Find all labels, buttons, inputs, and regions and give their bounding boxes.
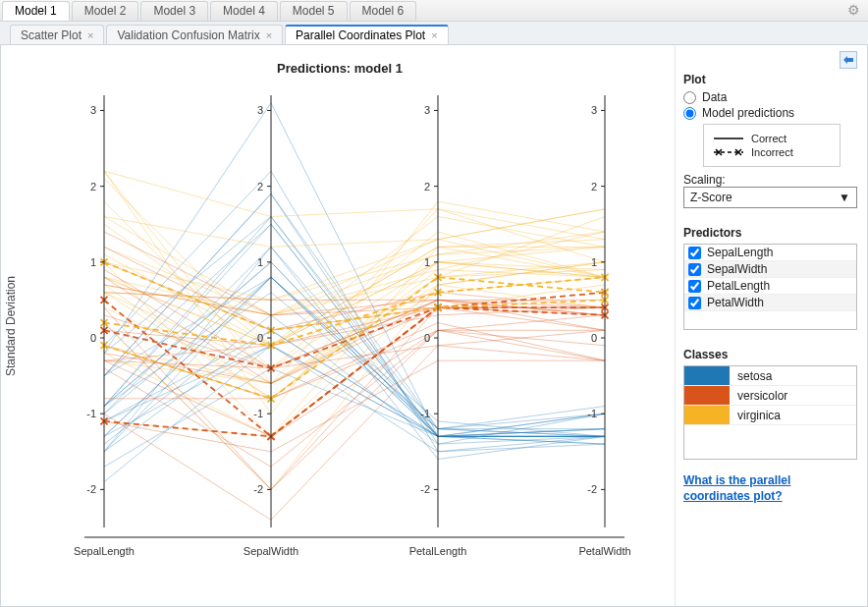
predictor-row[interactable]: SepalWidth	[684, 261, 856, 278]
tab-parallel-coordinates[interactable]: Parallel Coordinates Plot ×	[285, 25, 449, 44]
close-icon[interactable]: ×	[87, 29, 93, 41]
parallel-coordinates-chart: 3210-1-2SepalLength3210-1-2SepalWidth321…	[35, 76, 644, 586]
scaling-label: Scaling:	[683, 173, 857, 187]
svg-text:3: 3	[90, 104, 96, 116]
svg-text:-2: -2	[420, 483, 430, 495]
predictor-label: SepalWidth	[707, 262, 767, 276]
select-value: Z-Score	[690, 191, 732, 204]
radio-pred-input[interactable]	[683, 107, 696, 120]
radio-label: Model predictions	[702, 106, 794, 120]
svg-text:3: 3	[424, 104, 430, 116]
class-label: setosa	[730, 369, 772, 383]
predictor-row[interactable]: PetalWidth	[684, 295, 856, 311]
y-axis-label: Standard Deviation	[4, 275, 18, 375]
predictor-label: PetalLength	[707, 279, 770, 293]
svg-text:-2: -2	[253, 483, 263, 495]
svg-text:-1: -1	[253, 408, 263, 419]
close-icon[interactable]: ×	[431, 29, 437, 41]
model-tab-6[interactable]: Model 6	[350, 1, 417, 21]
tab-label: Scatter Plot	[21, 28, 81, 42]
classes-heading: Classes	[683, 348, 857, 361]
svg-text:-2: -2	[86, 483, 96, 495]
predictors-list: SepalLength SepalWidth PetalLength Petal…	[683, 244, 857, 330]
svg-text:3: 3	[257, 104, 263, 116]
predictor-label: PetalWidth	[707, 296, 764, 309]
tab-label: Parallel Coordinates Plot	[296, 28, 425, 42]
class-swatch	[684, 366, 730, 385]
class-swatch	[684, 386, 730, 405]
gear-icon[interactable]: ⚙	[847, 2, 860, 18]
side-panel: Plot Data Model predictions Correct	[675, 45, 867, 606]
chevron-down-icon: ▼	[839, 191, 850, 204]
scaling-select[interactable]: Z-Score ▼	[683, 187, 857, 208]
svg-text:-1: -1	[86, 408, 96, 419]
model-tab-5[interactable]: Model 5	[280, 1, 348, 21]
model-tab-3[interactable]: Model 3	[140, 1, 208, 21]
plot-title: Predictions: model 1	[9, 61, 671, 76]
model-tab-bar: Model 1 Model 2 Model 3 Model 4 Model 5 …	[0, 0, 868, 22]
prediction-legend: Correct Incorrect	[703, 124, 841, 167]
svg-text:1: 1	[90, 256, 96, 268]
class-label: versicolor	[730, 389, 787, 403]
predictor-checkbox[interactable]	[688, 263, 701, 276]
svg-text:1: 1	[257, 256, 263, 268]
svg-text:0: 0	[424, 332, 430, 344]
svg-text:0: 0	[257, 332, 263, 344]
svg-text:1: 1	[591, 256, 597, 268]
plot-heading: Plot	[683, 73, 857, 86]
plot-tab-bar: Scatter Plot × Validation Confusion Matr…	[0, 22, 868, 45]
svg-text:SepalWidth: SepalWidth	[244, 545, 298, 557]
predictors-heading: Predictors	[683, 226, 857, 240]
svg-text:PetalLength: PetalLength	[409, 545, 467, 557]
svg-text:2: 2	[591, 181, 597, 193]
svg-text:0: 0	[90, 332, 96, 344]
legend-incorrect: Incorrect	[714, 146, 830, 158]
svg-text:0: 0	[591, 332, 597, 344]
svg-text:SepalLength: SepalLength	[74, 545, 135, 557]
predictor-checkbox[interactable]	[688, 280, 701, 293]
content-area: Predictions: model 1 Standard Deviation …	[0, 45, 868, 607]
svg-text:-2: -2	[587, 483, 597, 495]
class-row: versicolor	[684, 386, 856, 406]
svg-text:-1: -1	[420, 408, 430, 419]
help-link[interactable]: What is the parallel coordinates plot?	[683, 473, 857, 504]
tab-scatter-plot[interactable]: Scatter Plot ×	[10, 25, 104, 44]
predictor-checkbox[interactable]	[688, 247, 701, 259]
svg-text:-1: -1	[587, 408, 597, 419]
predictor-label: SepalLength	[707, 246, 773, 259]
model-tab-4[interactable]: Model 4	[210, 1, 278, 21]
class-row: setosa	[684, 366, 856, 386]
svg-text:2: 2	[90, 181, 96, 193]
close-icon[interactable]: ×	[266, 29, 272, 41]
radio-data-input[interactable]	[683, 91, 696, 104]
tab-confusion-matrix[interactable]: Validation Confusion Matrix ×	[106, 25, 283, 44]
legend-label: Correct	[751, 133, 787, 144]
predictor-row[interactable]: PetalLength	[684, 278, 856, 295]
predictor-checkbox[interactable]	[688, 297, 701, 309]
svg-text:3: 3	[591, 104, 597, 116]
radio-model-predictions[interactable]: Model predictions	[683, 106, 857, 120]
classes-list: setosa versicolor virginica	[683, 365, 857, 460]
list-empty	[684, 311, 856, 329]
radio-label: Data	[702, 90, 727, 104]
model-tab-1[interactable]: Model 1	[2, 1, 70, 21]
radio-data[interactable]: Data	[683, 90, 857, 104]
plot-area: Predictions: model 1 Standard Deviation …	[1, 45, 675, 606]
svg-text:PetalWidth: PetalWidth	[578, 545, 630, 557]
tab-label: Validation Confusion Matrix	[117, 28, 259, 42]
class-swatch	[684, 406, 730, 424]
line-icon	[714, 135, 743, 142]
legend-label: Incorrect	[751, 146, 793, 158]
model-tab-2[interactable]: Model 2	[72, 1, 139, 21]
svg-text:2: 2	[424, 181, 430, 193]
svg-text:2: 2	[257, 181, 263, 193]
svg-text:1: 1	[424, 256, 430, 268]
dashed-x-icon	[714, 147, 743, 157]
expand-icon[interactable]	[840, 51, 857, 69]
legend-correct: Correct	[714, 133, 830, 144]
class-row: virginica	[684, 406, 856, 425]
list-empty	[684, 425, 856, 459]
class-label: virginica	[730, 409, 781, 422]
predictor-row[interactable]: SepalLength	[684, 245, 856, 261]
